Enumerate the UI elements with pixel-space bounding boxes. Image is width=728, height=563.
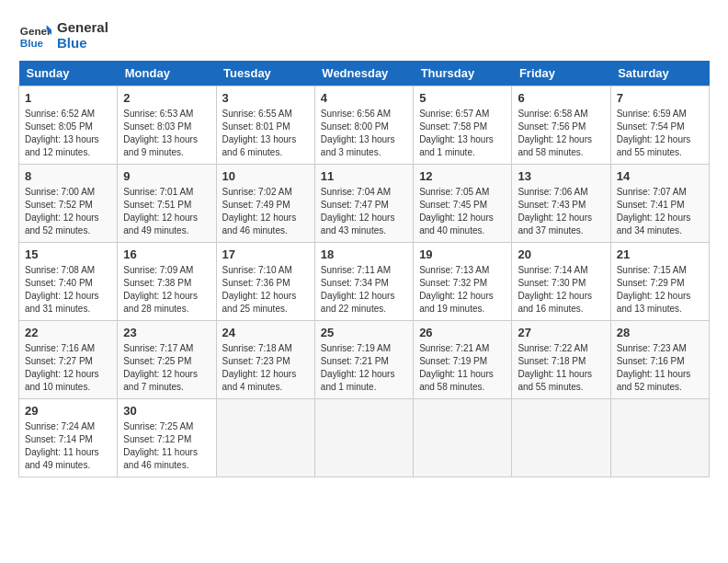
calendar-cell: 16Sunrise: 7:09 AM Sunset: 7:38 PM Dayli… — [118, 243, 216, 321]
day-number: 11 — [321, 169, 407, 183]
day-header-friday: Friday — [512, 61, 610, 86]
day-number: 14 — [617, 169, 703, 183]
calendar-week-row: 8Sunrise: 7:00 AM Sunset: 7:52 PM Daylig… — [19, 165, 710, 243]
day-number: 8 — [25, 169, 111, 183]
day-info: Sunrise: 6:52 AM Sunset: 8:05 PM Dayligh… — [25, 108, 111, 159]
day-info: Sunrise: 6:59 AM Sunset: 7:54 PM Dayligh… — [617, 108, 703, 159]
day-info: Sunrise: 7:19 AM Sunset: 7:21 PM Dayligh… — [321, 342, 407, 394]
day-info: Sunrise: 7:08 AM Sunset: 7:40 PM Dayligh… — [25, 264, 111, 316]
logo-blue-text: Blue — [57, 35, 108, 51]
day-header-thursday: Thursday — [414, 61, 512, 86]
day-header-tuesday: Tuesday — [216, 61, 314, 86]
calendar-cell: 26Sunrise: 7:21 AM Sunset: 7:19 PM Dayli… — [414, 321, 512, 399]
day-header-wednesday: Wednesday — [314, 61, 413, 86]
calendar-week-row: 29Sunrise: 7:24 AM Sunset: 7:14 PM Dayli… — [19, 399, 710, 477]
calendar-cell: 3Sunrise: 6:55 AM Sunset: 8:01 PM Daylig… — [216, 86, 314, 165]
calendar-cell: 14Sunrise: 7:07 AM Sunset: 7:41 PM Dayli… — [610, 165, 709, 243]
svg-text:Blue: Blue — [20, 37, 44, 49]
day-info: Sunrise: 7:04 AM Sunset: 7:47 PM Dayligh… — [321, 186, 407, 237]
day-number: 20 — [518, 247, 604, 261]
calendar-cell: 30Sunrise: 7:25 AM Sunset: 7:12 PM Dayli… — [118, 399, 216, 477]
day-info: Sunrise: 7:06 AM Sunset: 7:43 PM Dayligh… — [518, 186, 604, 237]
page-header: General Blue General Blue — [18, 18, 710, 52]
day-info: Sunrise: 7:00 AM Sunset: 7:52 PM Dayligh… — [25, 186, 111, 237]
day-number: 28 — [617, 326, 703, 339]
calendar-cell: 4Sunrise: 6:56 AM Sunset: 8:00 PM Daylig… — [314, 86, 413, 165]
day-info: Sunrise: 7:16 AM Sunset: 7:27 PM Dayligh… — [25, 342, 111, 394]
calendar-cell — [512, 399, 610, 477]
calendar-cell: 24Sunrise: 7:18 AM Sunset: 7:23 PM Dayli… — [216, 321, 314, 399]
day-info: Sunrise: 6:53 AM Sunset: 8:03 PM Dayligh… — [123, 108, 210, 159]
day-number: 27 — [518, 326, 604, 339]
day-number: 16 — [123, 247, 210, 261]
day-info: Sunrise: 7:17 AM Sunset: 7:25 PM Dayligh… — [123, 342, 210, 394]
day-info: Sunrise: 7:01 AM Sunset: 7:51 PM Dayligh… — [123, 186, 210, 237]
calendar-cell: 2Sunrise: 6:53 AM Sunset: 8:03 PM Daylig… — [118, 86, 216, 165]
day-number: 2 — [123, 91, 210, 105]
calendar-cell: 5Sunrise: 6:57 AM Sunset: 7:58 PM Daylig… — [414, 86, 512, 165]
day-info: Sunrise: 7:22 AM Sunset: 7:18 PM Dayligh… — [518, 342, 604, 394]
day-number: 5 — [419, 91, 506, 105]
day-number: 19 — [419, 247, 506, 261]
day-number: 23 — [123, 326, 210, 339]
calendar-cell: 23Sunrise: 7:17 AM Sunset: 7:25 PM Dayli… — [118, 321, 216, 399]
calendar-cell: 6Sunrise: 6:58 AM Sunset: 7:56 PM Daylig… — [512, 86, 610, 165]
calendar-cell: 11Sunrise: 7:04 AM Sunset: 7:47 PM Dayli… — [314, 165, 413, 243]
day-number: 30 — [123, 404, 210, 418]
day-number: 7 — [617, 91, 703, 105]
calendar-week-row: 15Sunrise: 7:08 AM Sunset: 7:40 PM Dayli… — [19, 243, 710, 321]
calendar-cell: 19Sunrise: 7:13 AM Sunset: 7:32 PM Dayli… — [414, 243, 512, 321]
calendar-cell: 22Sunrise: 7:16 AM Sunset: 7:27 PM Dayli… — [19, 321, 118, 399]
day-number: 12 — [419, 169, 506, 183]
day-number: 24 — [222, 326, 309, 339]
day-number: 13 — [518, 169, 604, 183]
day-info: Sunrise: 7:18 AM Sunset: 7:23 PM Dayligh… — [222, 342, 309, 394]
calendar-table: SundayMondayTuesdayWednesdayThursdayFrid… — [18, 61, 710, 477]
day-info: Sunrise: 7:21 AM Sunset: 7:19 PM Dayligh… — [419, 342, 506, 394]
day-number: 6 — [518, 91, 604, 105]
calendar-cell — [314, 399, 413, 477]
day-info: Sunrise: 7:09 AM Sunset: 7:38 PM Dayligh… — [123, 264, 210, 316]
day-number: 1 — [25, 91, 111, 105]
day-number: 18 — [321, 247, 407, 261]
calendar-cell: 12Sunrise: 7:05 AM Sunset: 7:45 PM Dayli… — [414, 165, 512, 243]
day-number: 21 — [617, 247, 703, 261]
calendar-header-row: SundayMondayTuesdayWednesdayThursdayFrid… — [19, 61, 710, 86]
calendar-cell: 20Sunrise: 7:14 AM Sunset: 7:30 PM Dayli… — [512, 243, 610, 321]
day-info: Sunrise: 7:13 AM Sunset: 7:32 PM Dayligh… — [419, 264, 506, 316]
day-info: Sunrise: 7:25 AM Sunset: 7:12 PM Dayligh… — [123, 420, 210, 472]
logo-general-text: General — [57, 19, 108, 35]
calendar-week-row: 1Sunrise: 6:52 AM Sunset: 8:05 PM Daylig… — [19, 86, 710, 165]
day-number: 25 — [321, 326, 407, 339]
logo-icon: General Blue — [18, 18, 51, 52]
day-info: Sunrise: 7:07 AM Sunset: 7:41 PM Dayligh… — [617, 186, 703, 237]
calendar-cell: 21Sunrise: 7:15 AM Sunset: 7:29 PM Dayli… — [610, 243, 709, 321]
day-number: 17 — [222, 247, 309, 261]
day-number: 4 — [321, 91, 407, 105]
calendar-cell: 27Sunrise: 7:22 AM Sunset: 7:18 PM Dayli… — [512, 321, 610, 399]
day-info: Sunrise: 6:55 AM Sunset: 8:01 PM Dayligh… — [222, 108, 309, 159]
calendar-cell: 1Sunrise: 6:52 AM Sunset: 8:05 PM Daylig… — [19, 86, 118, 165]
day-info: Sunrise: 7:24 AM Sunset: 7:14 PM Dayligh… — [25, 420, 111, 472]
calendar-cell: 13Sunrise: 7:06 AM Sunset: 7:43 PM Dayli… — [512, 165, 610, 243]
calendar-cell: 25Sunrise: 7:19 AM Sunset: 7:21 PM Dayli… — [314, 321, 413, 399]
calendar-cell — [414, 399, 512, 477]
calendar-week-row: 22Sunrise: 7:16 AM Sunset: 7:27 PM Dayli… — [19, 321, 710, 399]
calendar-cell: 29Sunrise: 7:24 AM Sunset: 7:14 PM Dayli… — [19, 399, 118, 477]
calendar-cell: 7Sunrise: 6:59 AM Sunset: 7:54 PM Daylig… — [610, 86, 709, 165]
day-number: 9 — [123, 169, 210, 183]
day-number: 22 — [25, 326, 111, 339]
calendar-cell: 8Sunrise: 7:00 AM Sunset: 7:52 PM Daylig… — [19, 165, 118, 243]
calendar-cell: 15Sunrise: 7:08 AM Sunset: 7:40 PM Dayli… — [19, 243, 118, 321]
day-info: Sunrise: 6:56 AM Sunset: 8:00 PM Dayligh… — [321, 108, 407, 159]
day-info: Sunrise: 6:57 AM Sunset: 7:58 PM Dayligh… — [419, 108, 506, 159]
day-number: 3 — [222, 91, 309, 105]
calendar-cell: 17Sunrise: 7:10 AM Sunset: 7:36 PM Dayli… — [216, 243, 314, 321]
day-info: Sunrise: 6:58 AM Sunset: 7:56 PM Dayligh… — [518, 108, 604, 159]
day-header-saturday: Saturday — [610, 61, 709, 86]
calendar-cell — [216, 399, 314, 477]
day-number: 15 — [25, 247, 111, 261]
calendar-cell: 10Sunrise: 7:02 AM Sunset: 7:49 PM Dayli… — [216, 165, 314, 243]
day-info: Sunrise: 7:10 AM Sunset: 7:36 PM Dayligh… — [222, 264, 309, 316]
day-header-monday: Monday — [118, 61, 216, 86]
